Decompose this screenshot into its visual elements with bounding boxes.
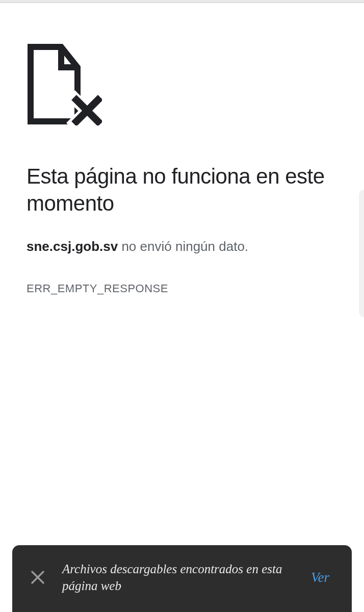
close-icon [30,570,45,585]
toast-view-button[interactable]: Ver [307,568,333,588]
toast-close-button[interactable] [28,567,48,588]
error-message: sne.csj.gob.sv no envió ningún dato. [27,237,337,256]
download-toast: Archivos descargables encontrados en est… [12,545,352,613]
scrollbar[interactable] [359,190,364,317]
toast-message: Archivos descargables encontrados en est… [62,560,293,595]
error-message-text: no envió ningún dato. [118,239,248,254]
broken-page-icon [27,43,337,128]
error-title: Esta página no funciona en este momento [27,163,337,217]
error-domain: sne.csj.gob.sv [27,239,118,254]
error-code: ERR_EMPTY_RESPONSE [27,282,337,295]
error-page-content: Esta página no funciona en este momento … [0,3,364,295]
